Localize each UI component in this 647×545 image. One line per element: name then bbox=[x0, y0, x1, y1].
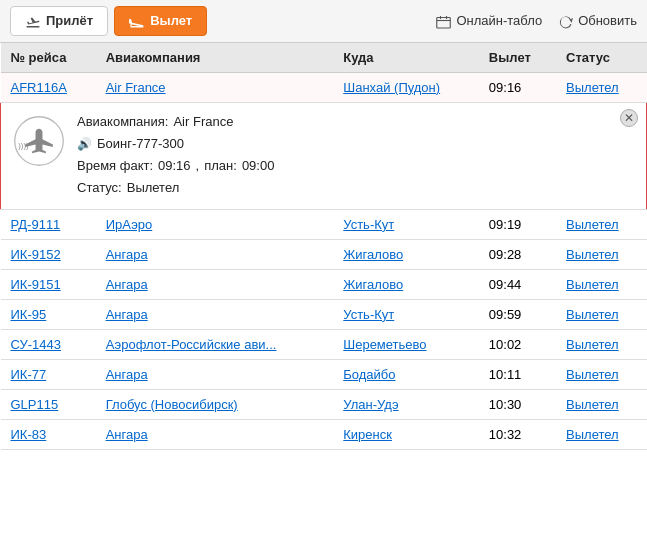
airline-cell: Ангара bbox=[96, 419, 334, 449]
time-cell: 09:28 bbox=[479, 239, 556, 269]
flight-number[interactable]: ИК-9151 bbox=[11, 277, 61, 292]
flight-number[interactable]: ИК-95 bbox=[11, 307, 47, 322]
expanded-airline[interactable]: Air France bbox=[96, 72, 334, 102]
destination-link[interactable]: Шереметьево bbox=[343, 337, 426, 352]
airline-link[interactable]: Глобус (Новосибирск) bbox=[106, 397, 238, 412]
destination-cell: Шереметьево bbox=[333, 329, 479, 359]
destination-link[interactable]: Жигалово bbox=[343, 247, 403, 262]
flight-number-cell: РД-9111 bbox=[1, 209, 96, 239]
table-row: РД-9111ИрАэроУсть-Кут09:19Вылетел bbox=[1, 209, 647, 239]
col-header-airline: Авиакомпания bbox=[96, 43, 334, 73]
top-navigation: Прилёт Вылет Онлайн-табло bbox=[0, 0, 647, 43]
expanded-destination[interactable]: Шанхай (Пудон) bbox=[333, 72, 479, 102]
detail-aircraft-line: 🔊 Боинг-777-300 bbox=[77, 133, 274, 155]
airline-cell: Ангара bbox=[96, 269, 334, 299]
detail-airline-value: Air France bbox=[173, 111, 233, 133]
destination-cell: Жигалово bbox=[333, 239, 479, 269]
expanded-status[interactable]: Вылетел bbox=[556, 72, 646, 102]
detail-time-label: Время факт: bbox=[77, 155, 153, 177]
destination-link[interactable]: Улан-Удэ bbox=[343, 397, 398, 412]
svg-text:)))): )))) bbox=[18, 140, 29, 149]
flight-number-cell: ИК-83 bbox=[1, 419, 96, 449]
status-link[interactable]: Вылетел bbox=[566, 427, 619, 442]
detail-time-line: Время факт: 09:16 , план: 09:00 bbox=[77, 155, 274, 177]
status-link[interactable]: Вылетел bbox=[566, 247, 619, 262]
online-board-label: Онлайн-табло bbox=[456, 13, 542, 28]
airline-link[interactable]: Ангара bbox=[106, 247, 148, 262]
detail-aircraft-value: Боинг-777-300 bbox=[97, 133, 184, 155]
flight-number-cell: GLP115 bbox=[1, 389, 96, 419]
airline-link[interactable]: ИрАэро bbox=[106, 217, 153, 232]
nav-right-actions: Онлайн-табло Обновить bbox=[436, 13, 637, 29]
time-cell: 10:30 bbox=[479, 389, 556, 419]
status-link[interactable]: Вылетел bbox=[566, 367, 619, 382]
airline-link[interactable]: Ангара bbox=[106, 277, 148, 292]
destination-cell: Жигалово bbox=[333, 269, 479, 299]
table-row: ИК-9152АнгараЖигалово09:28Вылетел bbox=[1, 239, 647, 269]
refresh-icon bbox=[558, 13, 573, 29]
destination-link[interactable]: Усть-Кут bbox=[343, 307, 394, 322]
flight-number[interactable]: GLP115 bbox=[11, 397, 59, 412]
arrival-tab[interactable]: Прилёт bbox=[10, 6, 108, 36]
time-cell: 10:02 bbox=[479, 329, 556, 359]
detail-inner: ✕ )))) bbox=[1, 103, 646, 209]
status-link[interactable]: Вылетел bbox=[566, 337, 619, 352]
arrival-icon bbox=[25, 13, 41, 29]
destination-link[interactable]: Бодайбо bbox=[343, 367, 395, 382]
destination-link[interactable]: Киренск bbox=[343, 427, 392, 442]
table-row: ИК-83АнгараКиренск10:32Вылетел bbox=[1, 419, 647, 449]
destination-cell: Усть-Кут bbox=[333, 299, 479, 329]
refresh-link[interactable]: Обновить bbox=[558, 13, 637, 29]
expanded-flight-number[interactable]: AFR116A bbox=[1, 72, 96, 102]
flight-number[interactable]: ИК-77 bbox=[11, 367, 47, 382]
flight-number[interactable]: ИК-9152 bbox=[11, 247, 61, 262]
detail-status-value: Вылетел bbox=[127, 177, 180, 199]
svg-rect-0 bbox=[437, 17, 451, 28]
destination-cell: Усть-Кут bbox=[333, 209, 479, 239]
detail-status-label: Статус: bbox=[77, 177, 122, 199]
flights-table: № рейса Авиакомпания Куда Вылет Статус A… bbox=[0, 43, 647, 450]
destination-cell: Улан-Удэ bbox=[333, 389, 479, 419]
time-cell: 09:44 bbox=[479, 269, 556, 299]
status-link[interactable]: Вылетел bbox=[566, 397, 619, 412]
destination-link[interactable]: Жигалово bbox=[343, 277, 403, 292]
destination-link[interactable]: Усть-Кут bbox=[343, 217, 394, 232]
plane-icon-cell: )))) bbox=[13, 111, 65, 167]
table-row: ИК-95АнгараУсть-Кут09:59Вылетел bbox=[1, 299, 647, 329]
status-link[interactable]: Вылетел bbox=[566, 217, 619, 232]
flight-number[interactable]: СУ-1443 bbox=[11, 337, 61, 352]
arrival-label: Прилёт bbox=[46, 13, 93, 28]
table-row: ИК-77АнгараБодайбо10:11Вылетел bbox=[1, 359, 647, 389]
departure-tab[interactable]: Вылет bbox=[114, 6, 207, 36]
online-board-link[interactable]: Онлайн-табло bbox=[436, 13, 542, 29]
time-cell: 10:32 bbox=[479, 419, 556, 449]
table-row: СУ-1443Аэрофлот-Российские ави...Шеремет… bbox=[1, 329, 647, 359]
calendar-icon bbox=[436, 13, 451, 29]
flight-number[interactable]: ИК-83 bbox=[11, 427, 47, 442]
airline-link[interactable]: Ангара bbox=[106, 307, 148, 322]
departure-icon bbox=[129, 13, 145, 29]
expanded-detail-cell: ✕ )))) bbox=[1, 102, 647, 209]
airline-link[interactable]: Аэрофлот-Российские ави... bbox=[106, 337, 277, 352]
airline-cell: Ангара bbox=[96, 239, 334, 269]
col-header-status: Статус bbox=[556, 43, 646, 73]
flight-number[interactable]: РД-9111 bbox=[11, 217, 61, 232]
table-row: GLP115Глобус (Новосибирск)Улан-Удэ10:30В… bbox=[1, 389, 647, 419]
flight-number-cell: СУ-1443 bbox=[1, 329, 96, 359]
detail-airline-label: Авиакомпания: bbox=[77, 111, 168, 133]
status-cell: Вылетел bbox=[556, 419, 646, 449]
detail-time-plan: 09:00 bbox=[242, 155, 275, 177]
destination-cell: Бодайбо bbox=[333, 359, 479, 389]
airline-link[interactable]: Ангара bbox=[106, 367, 148, 382]
status-link[interactable]: Вылетел bbox=[566, 307, 619, 322]
airline-link[interactable]: Ангара bbox=[106, 427, 148, 442]
status-link[interactable]: Вылетел bbox=[566, 277, 619, 292]
expanded-time: 09:16 bbox=[479, 72, 556, 102]
expanded-main-row: AFR116A Air France Шанхай (Пудон) 09:16 … bbox=[1, 72, 647, 102]
close-detail-button[interactable]: ✕ bbox=[620, 109, 638, 127]
plane-large-icon: )))) bbox=[13, 115, 65, 167]
status-cell: Вылетел bbox=[556, 269, 646, 299]
table-row: ИК-9151АнгараЖигалово09:44Вылетел bbox=[1, 269, 647, 299]
airline-cell: Ангара bbox=[96, 299, 334, 329]
status-cell: Вылетел bbox=[556, 239, 646, 269]
